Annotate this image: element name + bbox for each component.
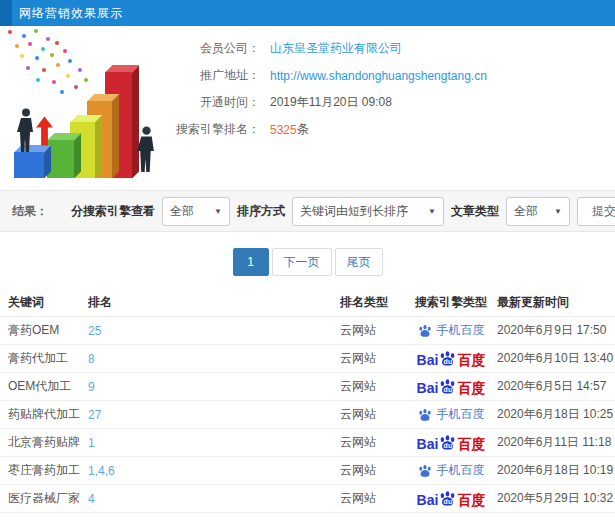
keyword-cell: 医疗器械厂家: [8, 490, 88, 507]
mobile-baidu-paw-icon: [418, 408, 432, 422]
page-1-button[interactable]: 1: [233, 248, 269, 276]
info-row-opened: 开通时间： 2019年11月20日 09:08: [172, 89, 615, 116]
article-type-label: 文章类型: [451, 203, 499, 220]
table-row: 北京膏药贴牌 1 云网站 Bai du 百度 2020年6月11日 11:18: [0, 429, 615, 457]
rank-type-cell: 云网站: [340, 406, 405, 423]
sort-filter-select[interactable]: 关键词由短到长排序 ▼: [292, 197, 444, 226]
keyword-cell: 药贴牌代加工: [8, 406, 88, 423]
mobile-baidu-label: 手机百度: [437, 462, 485, 479]
member-info: 会员公司： 山东皇圣堂药业有限公司 推广地址： http://www.shand…: [172, 26, 615, 190]
info-row-url: 推广地址： http://www.shandonghuangshengtang.…: [172, 62, 615, 89]
table-header-row: 关键词 排名 排名类型 搜索引擎类型 最新更新时间: [0, 289, 615, 317]
mobile-baidu-label: 手机百度: [437, 322, 485, 339]
mobile-baidu-logo: 手机百度: [418, 322, 485, 339]
keyword-cell: 膏药代加工: [8, 350, 88, 367]
baidu-logo: Bai du 百度: [417, 490, 486, 507]
engine-cell: Bai du 百度: [405, 434, 497, 451]
page-title: 网络营销效果展示: [19, 5, 123, 22]
table-row: 枣庄膏药加工 1,4,6 云网站 手机百度 2020年6月18日 10:19: [0, 457, 615, 485]
rank-count-value: 5325: [270, 123, 297, 137]
keywords-table: 关键词 排名 排名类型 搜索引擎类型 最新更新时间 膏药OEM 25 云网站 手…: [0, 289, 615, 520]
baidu-logo-cn: 百度: [457, 437, 485, 451]
baidu-paw-icon: [418, 408, 432, 422]
baidu-logo-du: du: [444, 498, 453, 505]
url-label: 推广地址：: [172, 67, 260, 84]
rank-link[interactable]: 25: [88, 324, 340, 338]
rank-type-cell: 云网站: [340, 490, 405, 507]
app-window: 网络营销效果展示 会员公司： 山东皇圣堂药业有限公: [0, 0, 615, 520]
baidu-logo-du: du: [444, 442, 453, 449]
filter-bar: 结果： 分搜索引擎查看 全部 ▼ 排序方式 关键词由短到长排序 ▼ 文章类型 全…: [0, 190, 615, 232]
rank-link[interactable]: 1: [88, 436, 340, 450]
engine-cell: 手机百度: [405, 322, 497, 339]
businessman-left-icon: [16, 108, 36, 152]
updated-cell: 2020年6月10日 13:40: [497, 350, 615, 367]
table-body: 膏药OEM 25 云网站 手机百度 2020年6月9日 17:50 膏药代加工 …: [0, 317, 615, 520]
table-row: OEM代加工 9 云网站 Bai du 百度 2020年6月5日 14:57: [0, 373, 615, 401]
engine-filter-value: 全部: [170, 203, 194, 220]
baidu-logo-bai: Bai: [417, 353, 439, 367]
rank-link[interactable]: 8: [88, 352, 340, 366]
rank-type-cell: 云网站: [340, 378, 405, 395]
rank-link[interactable]: 27: [88, 408, 340, 422]
next-page-button[interactable]: 下一页: [272, 248, 332, 276]
baidu-paw-icon: [418, 324, 432, 338]
header-engine-type: 搜索引擎类型: [405, 294, 497, 311]
keyword-cell: OEM代加工: [8, 378, 88, 395]
chevron-down-icon: ▼: [428, 207, 436, 216]
rank-link[interactable]: 4: [88, 492, 340, 506]
header-accent: [0, 0, 12, 26]
baidu-logo-du: du: [444, 358, 453, 365]
summary-section: 会员公司： 山东皇圣堂药业有限公司 推广地址： http://www.shand…: [0, 26, 615, 190]
table-row: 膏药代加工 8 云网站 Bai du 百度 2020年6月10日 13:40: [0, 345, 615, 373]
baidu-logo-du: du: [444, 386, 453, 393]
company-link[interactable]: 山东皇圣堂药业有限公司: [270, 40, 402, 57]
chart-illustration: [0, 26, 172, 190]
info-row-company: 会员公司： 山东皇圣堂药业有限公司: [172, 35, 615, 62]
rank-link[interactable]: 9: [88, 380, 340, 394]
mobile-baidu-label: 手机百度: [437, 406, 485, 423]
sort-filter-value: 关键词由短到长排序: [300, 203, 408, 220]
confetti-decoration: [8, 30, 12, 34]
keyword-cell: 枣庄膏药加工: [8, 462, 88, 479]
baidu-logo-bai: Bai: [417, 437, 439, 451]
engine-cell: Bai du 百度: [405, 378, 497, 395]
article-type-value: 全部: [514, 203, 538, 220]
promotion-url-link[interactable]: http://www.shandonghuangshengtang.cn: [270, 69, 487, 83]
businessman-right-icon: [136, 124, 157, 174]
engine-filter-label: 分搜索引擎查看: [71, 203, 155, 220]
baidu-logo: Bai du 百度: [417, 434, 486, 451]
baidu-logo-cn: 百度: [457, 493, 485, 507]
mobile-baidu-logo: 手机百度: [418, 462, 485, 479]
info-row-rank-count: 搜索引擎排名： 5325 条: [172, 116, 615, 143]
baidu-logo-cn: 百度: [457, 381, 485, 395]
rank-type-cell: 云网站: [340, 462, 405, 479]
rank-link[interactable]: 1,4,6: [88, 464, 340, 478]
table-row: 菏泽膏药厂家 17 云网站 手机百度 2020年6月11日 11:40: [0, 513, 615, 520]
last-page-button[interactable]: 尾页: [335, 248, 383, 276]
updated-cell: 2020年6月18日 10:19: [497, 462, 615, 479]
page-header: 网络营销效果展示: [0, 0, 615, 26]
updated-cell: 2020年5月29日 10:32: [497, 490, 615, 507]
baidu-logo: Bai du 百度: [417, 350, 486, 367]
rank-type-cell: 云网站: [340, 322, 405, 339]
opened-label: 开通时间：: [172, 94, 260, 111]
updated-cell: 2020年6月18日 10:25: [497, 406, 615, 423]
keyword-cell: 膏药OEM: [8, 322, 88, 339]
illustration-bar-blue: [14, 152, 44, 178]
baidu-logo-bai: Bai: [417, 381, 439, 395]
updated-cell: 2020年6月11日 11:18: [497, 434, 615, 451]
table-row: 药贴牌代加工 27 云网站 手机百度 2020年6月18日 10:25: [0, 401, 615, 429]
rank-count-unit: 条: [297, 121, 309, 138]
submit-button[interactable]: 提交: [577, 197, 615, 226]
engine-filter-select[interactable]: 全部 ▼: [162, 197, 230, 226]
engine-cell: Bai du 百度: [405, 490, 497, 507]
article-type-select[interactable]: 全部 ▼: [506, 197, 570, 226]
mobile-baidu-paw-icon: [418, 464, 432, 478]
baidu-logo-cn: 百度: [457, 353, 485, 367]
baidu-logo: Bai du 百度: [417, 378, 486, 395]
updated-cell: 2020年6月5日 14:57: [497, 378, 615, 395]
engine-cell: 手机百度: [405, 462, 497, 479]
mobile-baidu-paw-icon: [418, 324, 432, 338]
baidu-paw: du: [439, 378, 456, 395]
